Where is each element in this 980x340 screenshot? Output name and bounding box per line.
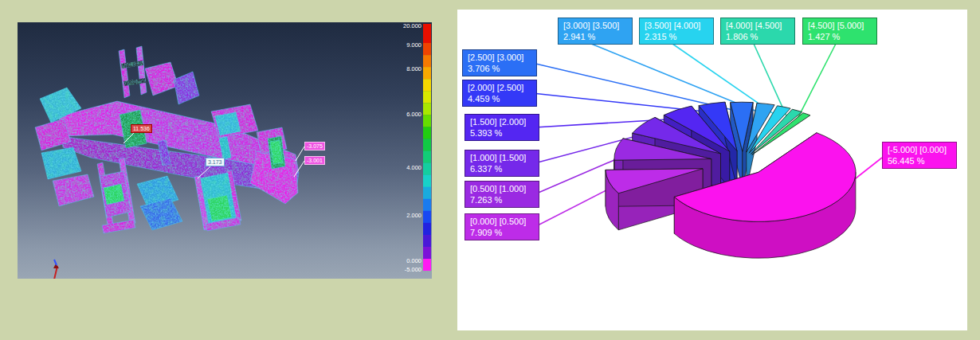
scale-tick-label: 4.000 — [406, 164, 421, 171]
scale-tick-label: -5.000 — [405, 266, 421, 273]
pie-label-range: [2.000] [2.500] — [468, 82, 531, 93]
pie-label-percent: 2.941 % — [563, 31, 627, 42]
pie-label-box: [2.000] [2.500]4.459 % — [462, 80, 537, 107]
color-scale-bar[interactable] — [423, 24, 431, 271]
pie-label-range: [-5.000] [0.000] — [888, 144, 951, 155]
annotation-tag[interactable]: -3.075 — [304, 142, 325, 150]
pie-label-box: [2.500] [3.000]3.706 % — [462, 49, 537, 76]
scale-tick-label: 2.000 — [406, 212, 421, 219]
pie-label-range: [1.500] [2.000] — [470, 116, 534, 127]
annotation-tag[interactable]: 11.536 — [131, 124, 152, 133]
model-speckle-texture — [32, 43, 307, 237]
pie-label-box: [3.000] [3.500]2.941 % — [558, 18, 633, 45]
scale-tick-label: 20.000 — [403, 22, 421, 29]
pie-label-percent: 7.263 % — [470, 194, 534, 205]
annotation-tag[interactable]: 3.173 — [206, 158, 225, 166]
pie-leader-line — [855, 158, 882, 179]
page-background: 20.0009.0008.0006.0004.0002.0000.000-5.0… — [0, 0, 980, 340]
pie-label-range: [3.500] [4.000] — [645, 20, 708, 31]
pie-label-range: [2.500] [3.000] — [468, 52, 531, 63]
pie-label-box: [4.500] [5.000]1.427 % — [802, 18, 877, 45]
pie-label-percent: 56.445 % — [888, 155, 951, 166]
pie-label-percent: 3.706 % — [468, 63, 531, 74]
scale-tick-label: 6.000 — [406, 111, 421, 118]
pie-label-percent: 5.393 % — [470, 127, 534, 139]
model-3d-svg: 20.0009.0008.0006.0004.0002.0000.000-5.0… — [18, 22, 432, 279]
scale-tick-label: 0.000 — [406, 257, 421, 264]
pie-label-range: [3.000] [3.500] — [563, 20, 627, 31]
pie-label-range: [4.000] [4.500] — [726, 20, 790, 31]
pie-label-range: [4.500] [5.000] — [808, 20, 872, 31]
pie-label-percent: 4.459 % — [468, 93, 531, 104]
pie-label-box: [1.000] [1.500]6.337 % — [465, 150, 539, 177]
pie-label-box: [0.000] [0.500]7.909 % — [465, 213, 539, 240]
axis-triad-icon — [53, 260, 72, 279]
pie-label-percent: 1.427 % — [808, 31, 872, 42]
viewer-3d-panel[interactable]: 20.0009.0008.0006.0004.0002.0000.000-5.0… — [18, 22, 432, 279]
pie-label-range: [0.500] [1.000] — [470, 183, 534, 194]
scale-tick-label: 9.000 — [406, 41, 421, 49]
pie-label-box: [3.500] [4.000]2.315 % — [639, 18, 714, 45]
pie-label-percent: 1.806 % — [726, 31, 790, 42]
pie-chart-panel: [-5.000] [0.000]56.445 %[0.000] [0.500]7… — [457, 10, 967, 330]
pie-label-box: [4.000] [4.500]1.806 % — [720, 18, 795, 45]
pie-label-box: [0.500] [1.000]7.263 % — [465, 181, 539, 208]
pie-label-range: [1.000] [1.500] — [470, 152, 534, 163]
pie-leader-line — [796, 44, 836, 122]
pie-label-box: [1.500] [2.000]5.393 % — [465, 114, 539, 141]
pie-label-percent: 6.337 % — [470, 163, 534, 174]
pie-label-percent: 7.909 % — [470, 227, 534, 238]
scale-tick-label: 8.000 — [406, 65, 421, 72]
pie-label-range: [0.000] [0.500] — [470, 216, 534, 227]
pie-label-box: [-5.000] [0.000]56.445 % — [882, 142, 957, 169]
pie-label-percent: 2.315 % — [645, 31, 708, 42]
annotation-tag[interactable]: -3.001 — [304, 156, 325, 165]
